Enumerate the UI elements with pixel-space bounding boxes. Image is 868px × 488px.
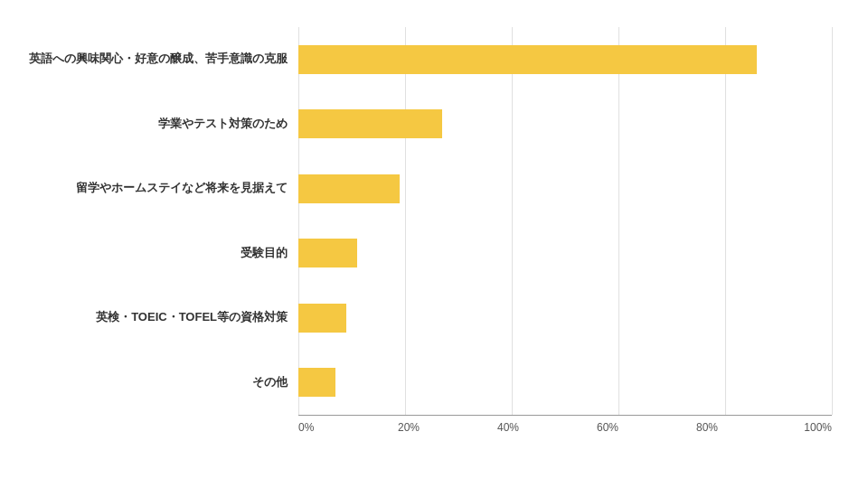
grid-line [832, 351, 833, 416]
grid-line [405, 156, 406, 221]
grid-line [618, 92, 619, 157]
grid-line [832, 156, 833, 221]
bar-label: 受験目的 [18, 246, 298, 261]
grid-line [832, 92, 833, 157]
x-axis: 0%20%40%60%80%100% [298, 415, 832, 434]
chart-area: 英語への興味関心・好意の醸成、苦手意識の克服学業やテスト対策のため留学やホームス… [18, 27, 832, 415]
bar-row: 学業やテスト対策のため [18, 92, 832, 157]
grid-line [405, 286, 406, 351]
bar-fill [298, 304, 346, 333]
grid-line [832, 221, 833, 286]
grid-line [512, 351, 513, 416]
grid-line [725, 92, 726, 157]
grid-line [832, 27, 833, 92]
bar-row: 英検・TOEIC・TOFEL等の資格対策 [18, 286, 832, 351]
bar-track [298, 351, 832, 416]
bar-label: 留学やホームステイなど将来を見据えて [18, 181, 298, 196]
bar-fill [298, 368, 335, 397]
bar-fill [298, 109, 442, 138]
chart-container: 英語への興味関心・好意の醸成、苦手意識の克服学業やテスト対策のため留学やホームス… [0, 0, 868, 488]
grid-line [512, 156, 513, 221]
grid-line [618, 221, 619, 286]
grid-line [512, 92, 513, 157]
grid-line [512, 221, 513, 286]
bar-fill [298, 239, 357, 267]
bar-track [298, 286, 832, 351]
bar-fill [298, 174, 400, 203]
bar-label: その他 [18, 375, 298, 390]
x-axis-label: 100% [796, 421, 832, 434]
bar-row: 留学やホームステイなど将来を見据えて [18, 156, 832, 221]
x-axis-label: 60% [597, 421, 696, 434]
grid-line [512, 286, 513, 351]
grid-line [725, 156, 726, 221]
bar-track [298, 92, 832, 157]
bar-label: 英語への興味関心・好意の醸成、苦手意識の克服 [18, 52, 298, 67]
x-axis-label: 40% [497, 421, 597, 434]
bar-row: 受験目的 [18, 221, 832, 286]
bar-fill [298, 45, 757, 74]
grid-line [725, 221, 726, 286]
x-axis-label: 0% [298, 421, 398, 434]
x-axis-label: 80% [696, 421, 796, 434]
bar-track [298, 27, 832, 92]
grid-line [618, 286, 619, 351]
bar-track [298, 156, 832, 221]
bar-row: その他 [18, 351, 832, 416]
bar-track [298, 221, 832, 286]
grid-line [832, 286, 833, 351]
grid-line [405, 221, 406, 286]
grid-line [618, 351, 619, 416]
x-axis-label: 20% [398, 421, 497, 434]
grid-line [725, 351, 726, 416]
bar-label: 英検・TOEIC・TOFEL等の資格対策 [18, 310, 298, 325]
grid-line [405, 351, 406, 416]
bar-row: 英語への興味関心・好意の醸成、苦手意識の克服 [18, 27, 832, 92]
bar-label: 学業やテスト対策のため [18, 117, 298, 132]
grid-line [618, 156, 619, 221]
grid-line [725, 286, 726, 351]
